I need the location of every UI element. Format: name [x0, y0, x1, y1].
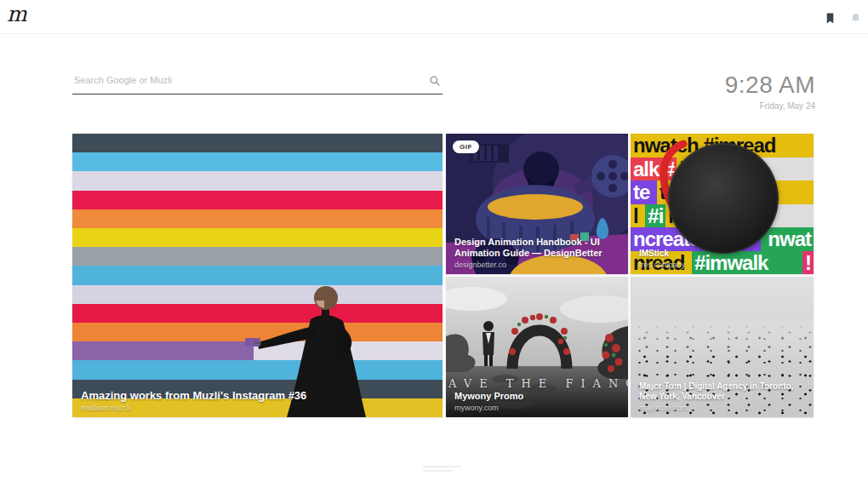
card-source: tres.company — [639, 261, 807, 269]
feed-card-imstick[interactable]: nwatch #imreadalk #imin! #te tch h #il #… — [631, 134, 814, 274]
card-title: Amazing works from Muzli's Instagram #36 — [81, 389, 436, 402]
feed-loading-placeholder — [423, 463, 462, 474]
card-title: Mywony Promo — [454, 391, 621, 402]
feed-card-muzli-instagram[interactable]: Amazing works from Muzli's Instagram #36… — [72, 134, 443, 417]
muzli-logo[interactable]: m — [7, 2, 27, 26]
save-the-fiance-caption: AVE THE FIANC — [446, 377, 628, 390]
card-source: majortom.com — [639, 404, 807, 412]
search-icon[interactable] — [429, 75, 441, 87]
card-title: Design Animation Handbook - UI Animation… — [454, 237, 621, 259]
card-title: Major Tom | Digital Agency in Toronto, N… — [639, 381, 807, 402]
feed-card-majortom[interactable]: Major Tom | Digital Agency in Toronto, N… — [631, 277, 814, 417]
card-title: IMStick — [639, 249, 807, 259]
gif-badge: GIF — [453, 140, 479, 153]
card-source: medium.muz.li — [81, 404, 436, 412]
woman-painting-illustration — [72, 134, 443, 417]
clock-widget: 9:28 AM Friday, May 24 — [725, 72, 815, 111]
notifications-icon[interactable] — [848, 10, 863, 26]
topbar: m — [0, 0, 868, 34]
card-source: designbetter.co — [454, 261, 621, 269]
card-source: mywony.com — [454, 404, 621, 412]
search-input[interactable] — [72, 72, 443, 95]
magnetic-disc-image — [668, 143, 779, 254]
search-bar — [72, 72, 443, 97]
feed-grid: Amazing works from Muzli's Instagram #36… — [72, 134, 814, 417]
feed-card-designbetter[interactable]: GIF Design Animation Handbook - UI Anima… — [446, 134, 628, 274]
bookmark-icon[interactable] — [822, 10, 837, 26]
clock-time: 9:28 AM — [725, 72, 815, 99]
feed-card-mywony[interactable]: AVE THE FIANC Mywony Promo mywony.com — [446, 277, 628, 417]
clock-date: Friday, May 24 — [725, 101, 815, 111]
